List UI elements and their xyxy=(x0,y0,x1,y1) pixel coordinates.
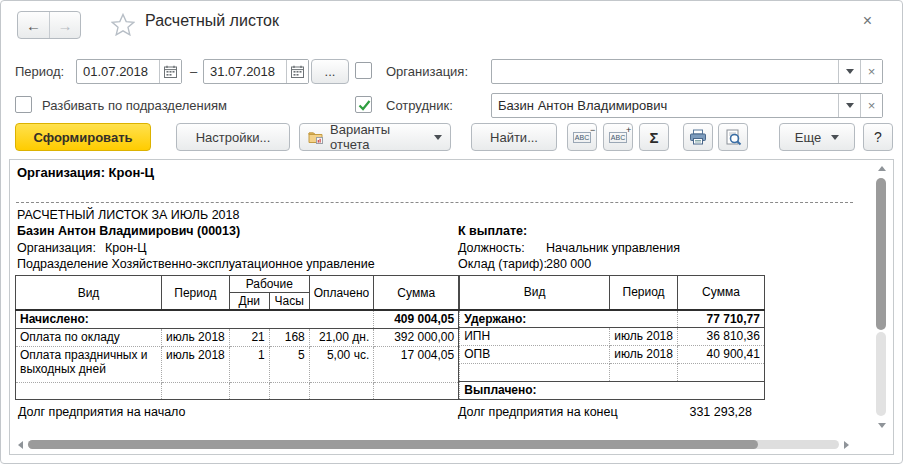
report-toolbar: Сформировать Настройки... Варианты отчет… xyxy=(15,123,892,153)
col-header: Рабочие xyxy=(229,276,309,293)
split-by-department-checkbox[interactable] xyxy=(15,96,32,113)
table-row-empty xyxy=(460,364,765,382)
vertical-scrollbar[interactable] xyxy=(875,166,888,428)
more-button[interactable]: Еще xyxy=(779,123,855,151)
organization-combobox[interactable]: × xyxy=(491,59,883,84)
nav-button-group: ← → xyxy=(17,11,81,39)
preview-magnifier-icon xyxy=(725,129,742,146)
date-from-field[interactable]: 01.07.2018 xyxy=(76,59,182,84)
report-to-pay-label: К выплате: xyxy=(458,224,527,238)
titlebar: ← → Расчетный листок × xyxy=(13,9,890,43)
check-icon xyxy=(357,98,372,113)
period-picker-button[interactable]: ... xyxy=(311,59,349,84)
report-divider xyxy=(16,202,853,203)
scroll-up-icon[interactable] xyxy=(878,166,886,171)
col-header: Оплачено xyxy=(309,276,373,311)
help-button[interactable]: ? xyxy=(863,123,893,151)
table-row: Оплата по окладу июль 2018 21 168 21,00 … xyxy=(16,328,459,346)
report-org-header: Организация: Крон-Ц xyxy=(17,165,154,180)
page-title: Расчетный листок xyxy=(145,12,279,30)
back-arrow-icon: ← xyxy=(26,17,41,34)
accruals-total-amount: 409 004,05 xyxy=(374,310,459,328)
abc-plus-icon: ABC+ xyxy=(609,132,627,143)
print-button[interactable] xyxy=(683,123,713,151)
report-position-line: Должность:Начальник управления xyxy=(458,241,680,255)
scroll-down-icon[interactable] xyxy=(878,423,886,428)
employee-combobox[interactable]: Базин Антон Владимирович × xyxy=(491,93,883,118)
split-by-department-label: Разбивать по подразделениям xyxy=(42,98,227,113)
table-row: Оплата праздничных и выходных дней июль … xyxy=(16,346,459,382)
report-area: Организация: Крон-Ц РАСЧЕТНЫЙ ЛИСТОК ЗА … xyxy=(9,159,894,455)
vertical-scroll-track[interactable] xyxy=(876,332,886,416)
date-to-value[interactable]: 31.07.2018 xyxy=(204,60,286,83)
deductions-total-amount: 77 710,77 xyxy=(677,310,764,328)
clear-icon[interactable]: × xyxy=(860,60,882,83)
report-variants-button[interactable]: Варианты отчета xyxy=(299,123,451,151)
increase-font-button[interactable]: ABC+ xyxy=(603,123,633,151)
report-variants-folder-icon xyxy=(308,130,324,144)
filter-row-period: Период: 01.07.2018 – 31.07.2018 ... Орга… xyxy=(15,59,888,85)
report-salary-line: Оклад (тариф):280 000 xyxy=(458,257,591,271)
sigma-icon: Σ xyxy=(649,129,658,146)
back-button[interactable]: ← xyxy=(18,12,49,38)
print-preview-button[interactable] xyxy=(718,123,748,151)
horizontal-scrollbar[interactable] xyxy=(18,439,849,450)
deductions-total-label: Удержано: xyxy=(460,310,678,328)
filter-row-employee: Разбивать по подразделениям Сотрудник: Б… xyxy=(15,93,888,119)
accruals-total-label: Начислено: xyxy=(16,310,374,328)
more-label: Еще xyxy=(795,130,821,145)
table-row: ОПВ июль 2018 40 900,41 xyxy=(460,346,765,364)
date-from-value[interactable]: 01.07.2018 xyxy=(77,60,159,83)
date-to-field[interactable]: 31.07.2018 xyxy=(203,59,309,84)
dropdown-arrow-icon[interactable] xyxy=(838,94,860,117)
col-header: Часы xyxy=(269,293,309,311)
settings-button[interactable]: Настройки... xyxy=(176,123,290,151)
report-department-line: Подразделение Хозяйственно-эксплуатацион… xyxy=(17,257,375,271)
col-header: Сумма xyxy=(677,276,764,310)
organization-value[interactable] xyxy=(492,60,838,83)
col-header: Период xyxy=(162,276,230,311)
close-icon[interactable]: × xyxy=(863,12,872,30)
organization-checkbox[interactable] xyxy=(355,62,372,79)
table-row: ИПН июль 2018 36 810,36 xyxy=(460,328,765,346)
organization-label: Организация: xyxy=(386,64,468,79)
col-header: Сумма xyxy=(374,276,459,311)
horizontal-scroll-track[interactable] xyxy=(28,440,839,449)
scroll-right-icon[interactable] xyxy=(844,441,849,449)
find-button[interactable]: Найти... xyxy=(471,123,557,151)
report-variants-label: Варианты отчета xyxy=(330,122,428,152)
calendar-icon[interactable] xyxy=(286,60,308,83)
abc-minus-icon: ABC− xyxy=(573,132,591,143)
paid-label: Выплачено: xyxy=(460,382,765,399)
scroll-left-icon[interactable] xyxy=(18,441,23,449)
vertical-scroll-thumb[interactable] xyxy=(876,178,886,330)
debt-start-label: Долг предприятия на начало xyxy=(18,405,185,419)
employee-label: Сотрудник: xyxy=(386,98,453,113)
forward-arrow-icon: → xyxy=(58,17,73,34)
generate-button[interactable]: Сформировать xyxy=(15,123,151,151)
debt-end-label: Долг предприятия на конец xyxy=(458,405,618,419)
clear-icon[interactable]: × xyxy=(860,94,882,117)
horizontal-scroll-thumb[interactable] xyxy=(28,440,758,449)
payslip-tables: Вид Период Рабочие Оплачено Сумма Дни Ча… xyxy=(15,275,765,400)
forward-button[interactable]: → xyxy=(49,12,80,38)
report-period-title: РАСЧЕТНЫЙ ЛИСТОК ЗА ИЮЛЬ 2018 xyxy=(17,208,239,222)
dropdown-arrow-icon[interactable] xyxy=(838,60,860,83)
col-header: Дни xyxy=(229,293,269,311)
decrease-font-button[interactable]: ABC− xyxy=(567,123,597,151)
col-header: Вид xyxy=(460,276,610,310)
payslip-report-window: ← → Расчетный листок × Период: 01.07.201… xyxy=(0,0,903,464)
table-row: Выплачено: xyxy=(460,382,765,399)
sum-button[interactable]: Σ xyxy=(639,123,669,151)
employee-checkbox[interactable] xyxy=(355,96,372,113)
col-header: Вид xyxy=(16,276,162,311)
favorite-star-icon[interactable] xyxy=(111,13,135,36)
period-label: Период: xyxy=(15,64,64,79)
calendar-icon[interactable] xyxy=(159,60,181,83)
printer-icon xyxy=(689,129,707,145)
table-row-empty xyxy=(16,382,459,399)
employee-value[interactable]: Базин Антон Владимирович xyxy=(492,94,838,117)
col-header: Период xyxy=(610,276,678,310)
deductions-table: Вид Период Сумма Удержано: 77 710,77 ИПН… xyxy=(459,275,765,400)
debt-end-amount: 331 293,28 xyxy=(650,405,752,419)
